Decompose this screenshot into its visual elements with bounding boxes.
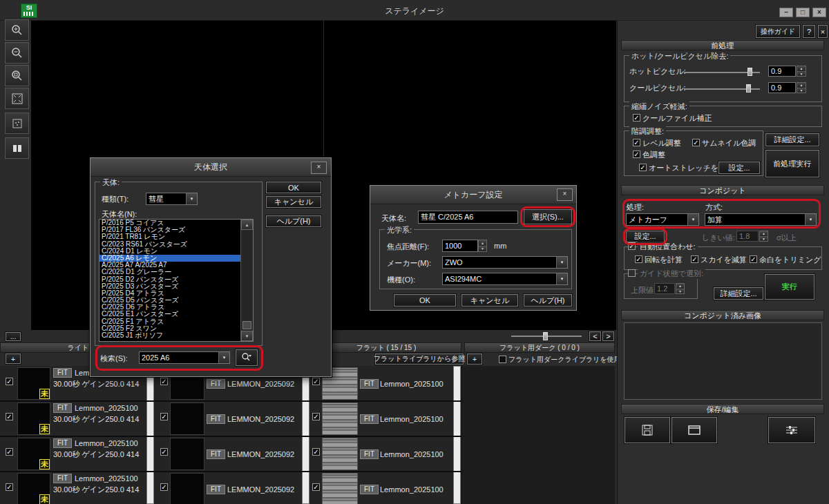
metcalf-ok-button[interactable]: OK bbox=[394, 294, 456, 307]
flat-row-checkbox[interactable] bbox=[312, 378, 320, 385]
flat-row-checkbox[interactable] bbox=[312, 413, 320, 420]
dither-view-button[interactable] bbox=[5, 113, 29, 134]
operation-guide-button[interactable]: 操作ガイド bbox=[756, 25, 800, 38]
maximize-button[interactable]: □ bbox=[796, 8, 810, 17]
chevron-down-icon[interactable] bbox=[805, 214, 816, 225]
metcalf-close-icon[interactable]: × bbox=[557, 188, 573, 201]
more-button[interactable]: ... bbox=[6, 332, 21, 341]
minimize-button[interactable]: – bbox=[779, 8, 793, 17]
cool-pixel-value[interactable]: 0.9 bbox=[768, 82, 796, 93]
dark-row-checkbox[interactable] bbox=[160, 413, 168, 420]
dark-list-scrollbar[interactable] bbox=[302, 366, 309, 504]
compare-view-button[interactable] bbox=[5, 137, 29, 159]
hot-pixel-spinner[interactable]: ▲▼ bbox=[797, 66, 806, 77]
chevron-down-icon[interactable] bbox=[218, 352, 229, 363]
model-dropdown[interactable]: ASI294MC bbox=[442, 273, 568, 285]
type-dropdown[interactable]: 彗星 bbox=[146, 193, 198, 205]
dark-row-checkbox[interactable] bbox=[160, 448, 168, 456]
cool-file-checkbox[interactable] bbox=[633, 114, 640, 122]
chevron-down-icon[interactable] bbox=[186, 193, 197, 204]
celestial-help-button[interactable]: ヘルプ(H) bbox=[266, 215, 321, 227]
chevron-down-icon[interactable] bbox=[556, 273, 567, 284]
open-window-button[interactable] bbox=[671, 417, 717, 443]
metcalf-dialog-titlebar[interactable]: メトカーフ設定 bbox=[370, 186, 576, 204]
search-button[interactable] bbox=[236, 349, 258, 366]
celestial-list-item[interactable]: C/2025 E1 パンスターズ bbox=[99, 311, 241, 318]
window-titlebar[interactable]: SI ステライメージ – □ × bbox=[0, 0, 829, 21]
metcalf-cancel-button[interactable]: キャンセル bbox=[461, 294, 518, 307]
celestial-list-item[interactable]: C/2025 D1 グレーラー bbox=[99, 269, 241, 275]
execute-button[interactable]: 実行 bbox=[765, 274, 814, 300]
composite-detail-button[interactable]: 詳細設定... bbox=[714, 287, 763, 300]
celestial-list-item[interactable]: A/2025 A7 A/2025 A7 bbox=[99, 262, 241, 269]
celestial-list-item[interactable]: P/2016 P5 コイアス bbox=[99, 220, 241, 226]
celestial-cancel-button[interactable]: キャンセル bbox=[266, 196, 321, 208]
tone-settings-button[interactable]: 設定... bbox=[718, 162, 760, 174]
prev-page-button[interactable]: < bbox=[589, 331, 601, 341]
fit-screen-button[interactable] bbox=[5, 88, 29, 109]
batch-process-button[interactable] bbox=[768, 417, 815, 443]
flatdark-library-checkbox[interactable] bbox=[499, 356, 506, 363]
save-button[interactable] bbox=[625, 417, 670, 443]
flat-thumbnail[interactable] bbox=[322, 473, 358, 504]
celestial-list-item[interactable]: P/2021 TR81 レモン bbox=[99, 233, 241, 240]
trim-checkbox[interactable] bbox=[750, 255, 757, 263]
cool-pixel-spinner[interactable]: ▲▼ bbox=[797, 82, 806, 93]
add-light-button[interactable]: + bbox=[6, 353, 21, 364]
search-combobox[interactable]: 2025 A6 bbox=[139, 351, 230, 364]
celestial-dialog-titlebar[interactable]: 天体選択 bbox=[90, 158, 331, 177]
maker-dropdown[interactable]: ZWO bbox=[442, 256, 568, 269]
cool-pixel-slider-thumb[interactable] bbox=[746, 84, 751, 93]
preprocess-run-button[interactable]: 前処理実行 bbox=[765, 150, 819, 177]
celestial-list-item[interactable]: P/2025 D3 パンスターズ bbox=[99, 283, 241, 290]
next-page-button[interactable]: > bbox=[602, 331, 614, 341]
celestial-list-item[interactable]: C/2025 D6 アトラス bbox=[99, 304, 241, 311]
preprocess-detail-button[interactable]: 詳細設定... bbox=[765, 133, 819, 146]
celestial-list-item[interactable]: C/2025 D5 パンスターズ bbox=[99, 297, 241, 304]
dark-thumbnail[interactable] bbox=[170, 473, 204, 504]
autostretch-checkbox[interactable] bbox=[639, 164, 647, 171]
celestial-list-item[interactable]: C/2025 F2 スワン bbox=[99, 325, 241, 332]
zoom-in-button[interactable] bbox=[5, 19, 29, 41]
zoom-actual-button[interactable] bbox=[5, 65, 29, 86]
celestial-list-item[interactable]: C/2024 D1 レモン bbox=[99, 248, 241, 255]
sky-subtract-checkbox[interactable] bbox=[691, 255, 698, 263]
dark-thumbnail[interactable] bbox=[170, 403, 204, 435]
hot-pixel-value[interactable]: 0.9 bbox=[768, 66, 796, 77]
celestial-list[interactable]: P/2016 P5 コイアス P/2017 FL36 パンスターズ P/2021… bbox=[99, 219, 254, 342]
close-button[interactable]: × bbox=[812, 8, 826, 17]
composite-settings-button[interactable]: 設定... bbox=[626, 231, 665, 242]
panel-help-button[interactable]: ? bbox=[803, 25, 815, 38]
celestial-list-scrollbar[interactable]: ▲ ▼ bbox=[240, 220, 253, 341]
select-target-button[interactable]: 選択(S)... bbox=[524, 209, 572, 224]
scroll-thumb[interactable] bbox=[242, 321, 251, 329]
metcalf-help-button[interactable]: ヘルプ(H) bbox=[524, 294, 572, 307]
level-adjust-checkbox[interactable] bbox=[633, 139, 640, 146]
auto-align-checkbox[interactable] bbox=[628, 242, 636, 250]
flat-thumbnail[interactable] bbox=[322, 403, 358, 435]
dark-row-checkbox[interactable] bbox=[160, 378, 168, 385]
target-name-field[interactable]: 彗星 C/2025 A6 bbox=[418, 211, 518, 224]
flat-library-button[interactable]: フラットライブラリから参照 bbox=[375, 353, 464, 365]
light-row-checkbox[interactable] bbox=[6, 483, 13, 491]
focal-length-field[interactable]: 1000 bbox=[442, 240, 478, 252]
composed-image-list[interactable] bbox=[624, 322, 822, 400]
celestial-list-item[interactable]: P/2017 FL36 パンスターズ bbox=[99, 226, 241, 233]
color-adjust-checkbox[interactable] bbox=[633, 151, 640, 158]
thumbnail-size-slider-thumb[interactable] bbox=[543, 332, 548, 340]
flat-row-checkbox[interactable] bbox=[312, 448, 320, 456]
light-row-checkbox[interactable] bbox=[6, 448, 13, 456]
celestial-close-icon[interactable]: × bbox=[311, 162, 327, 174]
panel-close-button[interactable]: × bbox=[818, 25, 828, 38]
chevron-down-icon[interactable] bbox=[687, 214, 698, 225]
thumb-tone-checkbox[interactable] bbox=[692, 139, 700, 146]
method-dropdown[interactable]: 加算 bbox=[705, 213, 817, 226]
dark-row-checkbox[interactable] bbox=[160, 483, 168, 491]
celestial-list-item[interactable]: C/2025 J1 ボリソフ bbox=[99, 332, 241, 339]
flat-row-checkbox[interactable] bbox=[312, 483, 320, 491]
celestial-list-item-selected[interactable]: C/2025 A6 レモン bbox=[99, 255, 241, 262]
scroll-down-icon[interactable]: ▼ bbox=[241, 331, 253, 341]
dark-thumbnail[interactable] bbox=[170, 438, 204, 470]
hot-pixel-slider-thumb[interactable] bbox=[747, 68, 752, 76]
light-row-checkbox[interactable] bbox=[6, 413, 13, 420]
